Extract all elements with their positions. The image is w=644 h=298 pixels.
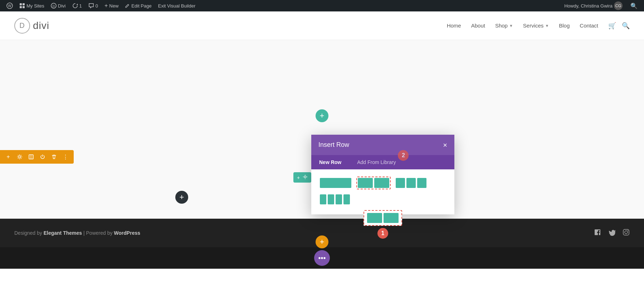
elegant-themes-label: Elegant Themes: [44, 230, 82, 236]
footer-text: Designed by Elegant Themes | Powered by …: [14, 230, 140, 236]
my-sites-label: My Sites: [26, 3, 44, 9]
nav-home[interactable]: Home: [447, 23, 461, 29]
gear-icon: [17, 154, 23, 160]
wordpress-label: WordPress: [114, 230, 140, 236]
row-settings-button[interactable]: [303, 174, 308, 180]
3col-cols: [396, 178, 426, 188]
row-option-4col[interactable]: [318, 193, 351, 206]
site-nav: Home About Shop ▼ Services ▼ Blog Contac…: [447, 22, 630, 30]
search-nav-icon[interactable]: 🔍: [622, 22, 630, 30]
divi-button[interactable]: D Divi: [48, 0, 69, 11]
svg-point-13: [628, 230, 628, 231]
dots-icon: •••: [318, 254, 326, 262]
comments-count: 0: [96, 3, 98, 9]
divi-label: Divi: [58, 3, 66, 9]
facebook-icon[interactable]: [594, 229, 601, 238]
insert-row-modal-overlay: Insert Row × New Row Add From Library 2: [311, 135, 454, 214]
power-icon: [40, 154, 45, 160]
services-arrow-icon: ▼: [545, 24, 549, 28]
2col-cols: [358, 178, 389, 188]
row-option-1col[interactable]: [318, 177, 353, 189]
new-button[interactable]: + New: [102, 0, 121, 11]
modal-close-button[interactable]: ×: [443, 141, 447, 149]
col-block: [374, 178, 389, 188]
add-section-middle-button[interactable]: +: [175, 191, 188, 204]
comments-button[interactable]: 0: [86, 0, 101, 11]
section-delete-button[interactable]: [50, 153, 58, 161]
new-label: New: [109, 3, 118, 9]
updates-count: 1: [79, 3, 82, 9]
4col-cols: [320, 194, 350, 204]
selected-col-preview: [364, 210, 402, 226]
add-section-bottom-button[interactable]: +: [316, 235, 328, 248]
plus-icon-middle: +: [180, 193, 184, 202]
my-sites-button[interactable]: My Sites: [16, 0, 47, 11]
svg-rect-4: [20, 6, 22, 8]
svg-text:D: D: [53, 4, 55, 8]
section-toolbar: + ⋮: [0, 150, 74, 164]
row-add-button[interactable]: +: [297, 175, 300, 180]
comments-icon: [88, 3, 94, 9]
section-resize-button[interactable]: [27, 153, 35, 161]
selected-col-a: [367, 213, 382, 223]
logo-letter: D: [19, 21, 25, 30]
svg-rect-5: [23, 6, 25, 8]
trash-icon: [51, 154, 57, 160]
howdy-button[interactable]: Howdy, Christina Gwira CG: [561, 0, 625, 11]
col-block: [328, 194, 334, 204]
svg-point-12: [625, 231, 628, 234]
row-option-3col[interactable]: [394, 177, 428, 189]
row-option-2col[interactable]: [356, 177, 391, 189]
svg-point-8: [19, 156, 21, 158]
section-settings-button[interactable]: [16, 153, 24, 161]
edit-page-button[interactable]: Edit Page: [122, 0, 154, 11]
exit-visual-builder-button[interactable]: Exit Visual Builder: [155, 0, 199, 11]
instagram-icon[interactable]: [623, 229, 630, 238]
svg-rect-9: [29, 155, 33, 159]
admin-bar-right: Howdy, Christina Gwira CG 🔍: [561, 0, 640, 11]
nav-contact[interactable]: Contact: [580, 23, 598, 29]
designed-by-label: Designed by: [14, 230, 42, 236]
plus-icon-top: +: [320, 111, 325, 120]
wp-icon: W: [6, 3, 13, 9]
my-sites-icon: [19, 3, 25, 9]
nav-services[interactable]: Services ▼: [523, 23, 549, 29]
add-section-top-button[interactable]: +: [316, 109, 328, 122]
wp-logo-button[interactable]: W: [4, 0, 16, 11]
badge-2: 2: [398, 150, 409, 161]
tab-add-from-library[interactable]: Add From Library 2: [349, 155, 404, 169]
col-block: [320, 178, 351, 188]
badge-1: 1: [377, 228, 388, 239]
avatar: CG: [614, 1, 623, 10]
site-logo[interactable]: D divi: [14, 18, 49, 34]
col-block: [417, 178, 426, 188]
nav-blog[interactable]: Blog: [559, 23, 570, 29]
section-more-button[interactable]: ⋮: [62, 153, 69, 161]
insert-row-modal: Insert Row × New Row Add From Library 2: [311, 135, 454, 214]
updates-button[interactable]: 1: [69, 0, 85, 11]
section-add-button[interactable]: +: [4, 153, 12, 161]
section-power-button[interactable]: [39, 153, 47, 161]
resize-icon: [28, 154, 34, 160]
search-icon[interactable]: 🔍: [628, 3, 640, 9]
gear-row-icon: [303, 174, 308, 179]
logo-name: divi: [33, 20, 49, 31]
cart-icon[interactable]: 🛒: [608, 22, 616, 30]
col-block: [320, 194, 326, 204]
col-block: [396, 178, 405, 188]
svg-rect-3: [23, 3, 25, 5]
nav-icons: 🛒 🔍: [608, 22, 630, 30]
col-block: [343, 194, 350, 204]
twitter-icon[interactable]: [608, 229, 615, 238]
bottom-dots-button[interactable]: •••: [314, 250, 330, 266]
admin-bar: W My Sites D Divi 1: [0, 0, 644, 11]
plus-icon: +: [104, 3, 108, 9]
footer-social: [594, 229, 630, 238]
modal-tabs: New Row Add From Library 2: [311, 155, 454, 169]
nav-shop[interactable]: Shop ▼: [495, 23, 513, 29]
divi-icon: D: [51, 3, 57, 9]
tab-new-row[interactable]: New Row: [311, 155, 349, 169]
exit-vb-label: Exit Visual Builder: [158, 3, 196, 9]
modal-body: 1: [311, 169, 454, 214]
nav-about[interactable]: About: [471, 23, 485, 29]
